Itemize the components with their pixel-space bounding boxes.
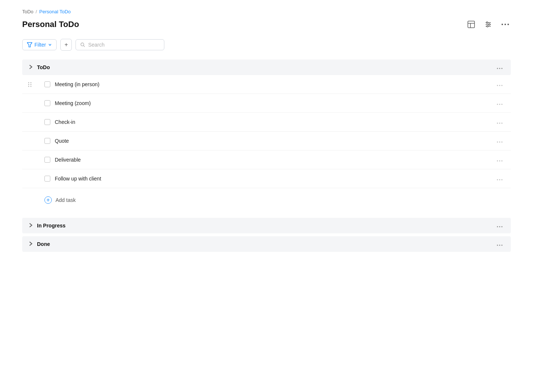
add-task-row-todo[interactable]: + Add task [22,191,511,209]
svg-point-31 [499,160,500,162]
page-header: Personal ToDo [22,19,511,30]
table-row: Check-in [22,113,511,132]
filter-button[interactable]: Filter [22,39,57,50]
task-more-icon-1 [497,85,503,86]
svg-point-35 [502,179,503,180]
task-more-icon-5 [497,160,503,162]
chevron-right-icon-done [28,241,33,247]
add-button[interactable]: + [60,39,72,51]
svg-point-17 [502,68,503,69]
drag-dots [28,82,32,87]
task-checkbox-1[interactable] [44,81,50,87]
breadcrumb-current: Personal ToDo [39,9,71,14]
table-icon [467,20,475,28]
svg-rect-0 [468,21,475,28]
svg-point-28 [499,142,500,143]
more-options-button[interactable] [500,22,511,27]
task-more-button-1[interactable] [495,80,505,88]
search-icon [80,42,85,47]
section-more-icon-todo [497,68,503,69]
svg-point-34 [499,179,500,180]
task-more-button-6[interactable] [495,175,505,183]
section-more-button-done[interactable] [495,240,505,248]
task-row-left: Meeting (zoom) [44,100,91,106]
svg-point-16 [499,68,500,69]
filter-chevron-icon [48,43,52,47]
task-label-3: Check-in [55,119,75,125]
svg-point-37 [499,226,500,227]
search-box [76,39,164,50]
task-row-left: Meeting (in person) [44,81,100,87]
svg-point-23 [502,104,503,105]
svg-point-39 [497,245,498,246]
sections-container: ToDo [22,60,511,255]
breadcrumb-separator: / [36,9,37,14]
table-row: Meeting (in person) [22,75,511,94]
task-label-4: Quote [55,138,69,144]
add-task-label-todo: Add task [56,197,76,203]
task-checkbox-2[interactable] [44,100,50,106]
search-input[interactable] [88,42,160,48]
breadcrumb: ToDo / Personal ToDo [22,9,511,14]
page-title: Personal ToDo [22,20,79,29]
section-todo: ToDo [22,60,511,215]
section-done: Done [22,236,511,252]
svg-point-10 [504,24,506,25]
svg-point-19 [499,85,500,86]
task-checkbox-3[interactable] [44,119,50,125]
task-row-left: Check-in [44,119,75,125]
section-header-todo[interactable]: ToDo [22,60,511,75]
task-more-button-3[interactable] [495,118,505,126]
table-view-button[interactable] [466,19,477,30]
svg-point-6 [486,22,488,23]
svg-point-30 [497,160,498,162]
task-more-icon-4 [497,141,503,143]
add-task-icon-todo: + [44,196,52,204]
task-label-6: Follow up with client [55,176,101,182]
svg-point-8 [487,26,488,27]
svg-point-33 [497,179,498,180]
svg-point-36 [497,226,498,227]
toolbar: Filter + [22,39,511,51]
svg-point-9 [502,24,503,25]
drag-handle[interactable] [28,82,32,87]
svg-point-40 [499,245,500,246]
task-more-button-4[interactable] [495,137,505,145]
svg-point-26 [502,123,503,124]
section-header-in-progress-left: In Progress [28,223,66,229]
task-more-button-2[interactable] [495,99,505,107]
section-more-icon-done [497,244,503,246]
task-checkbox-5[interactable] [44,157,50,163]
svg-point-21 [497,104,498,105]
breadcrumb-parent[interactable]: ToDo [22,9,33,14]
table-row: Follow up with client [22,169,511,188]
task-checkbox-6[interactable] [44,176,50,182]
more-icon [501,23,509,26]
section-header-done-left: Done [28,241,50,247]
task-checkbox-4[interactable] [44,138,50,144]
svg-line-14 [84,45,85,47]
section-header-in-progress[interactable]: In Progress [22,218,511,233]
svg-point-27 [497,142,498,143]
main-container: ToDo / Personal ToDo Personal ToDo [0,0,533,264]
task-more-icon-2 [497,104,503,105]
svg-point-11 [507,24,509,25]
adjust-button[interactable] [483,19,494,30]
table-row: Quote [22,132,511,151]
task-more-button-5[interactable] [495,156,505,164]
section-header-done[interactable]: Done [22,236,511,252]
task-label-5: Deliverable [55,157,81,163]
task-row-left: Follow up with client [44,176,101,182]
task-label-1: Meeting (in person) [55,81,100,87]
section-header-todo-left: ToDo [28,64,50,71]
task-more-icon-3 [497,122,503,124]
table-row: Deliverable [22,151,511,169]
svg-point-7 [489,24,490,25]
svg-point-25 [499,123,500,124]
section-title-todo: ToDo [37,64,50,70]
task-more-icon-6 [497,179,503,180]
section-more-button-todo[interactable] [495,63,505,71]
section-more-button-in-progress[interactable] [495,222,505,230]
task-list-todo: Meeting (in person) Meeting (zoo [22,75,511,188]
svg-point-18 [497,85,498,86]
